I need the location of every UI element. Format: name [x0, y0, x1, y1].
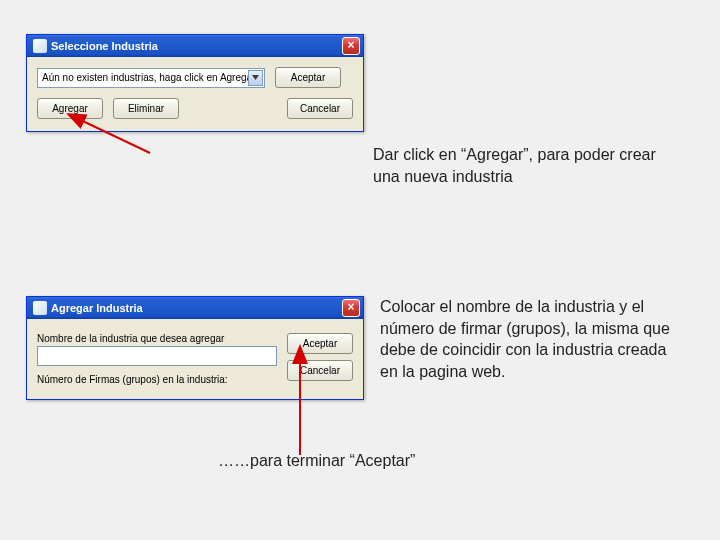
industry-name-input[interactable] — [37, 346, 277, 366]
app-icon — [33, 301, 47, 315]
industry-name-label: Nombre de la industria que desea agregar — [37, 333, 277, 344]
annotation-add: Dar click en “Agregar”, para poder crear… — [373, 144, 673, 187]
annotation-final: ……para terminar “Aceptar” — [218, 452, 415, 470]
close-icon[interactable]: × — [342, 299, 360, 317]
select-value: Aún no existen industrias, haga click en… — [42, 72, 248, 83]
title-text: Agregar Industria — [51, 302, 342, 314]
firm-count-label: Número de Firmas (grupos) en la industri… — [37, 374, 277, 385]
chevron-down-icon[interactable] — [248, 70, 263, 86]
titlebar[interactable]: Agregar Industria × — [27, 297, 363, 319]
titlebar[interactable]: Seleccione Industria × — [27, 35, 363, 57]
svg-line-0 — [68, 114, 150, 153]
arrow-to-accept — [280, 340, 320, 460]
close-icon[interactable]: × — [342, 37, 360, 55]
annotation-name: Colocar el nombre de la industria y el n… — [380, 296, 680, 382]
industry-row: Aún no existen industrias, haga click en… — [37, 67, 353, 88]
industry-select[interactable]: Aún no existen industrias, haga click en… — [37, 68, 265, 88]
app-icon — [33, 39, 47, 53]
accept-button[interactable]: Aceptar — [275, 67, 341, 88]
cancel-button[interactable]: Cancelar — [287, 98, 353, 119]
title-text: Seleccione Industria — [51, 40, 342, 52]
arrow-to-add — [60, 108, 160, 158]
form-left: Nombre de la industria que desea agregar… — [37, 329, 277, 387]
